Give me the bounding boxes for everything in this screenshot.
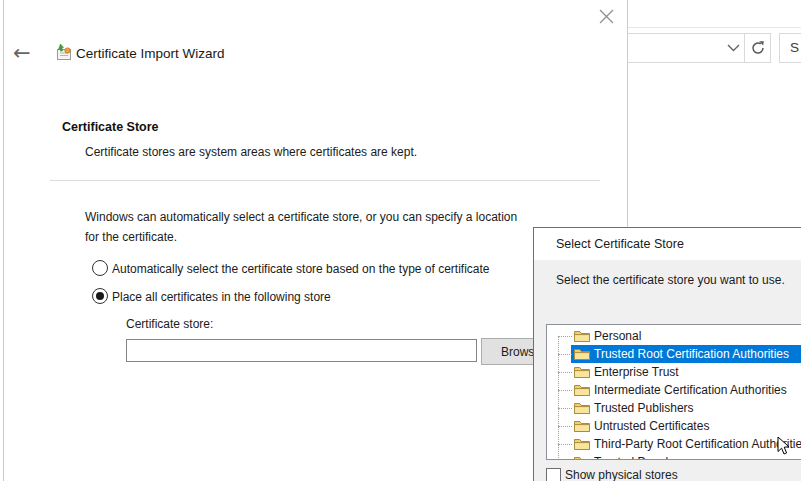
intro-text-line1: Windows can automatically select a certi… bbox=[85, 210, 517, 224]
folder-icon bbox=[574, 366, 590, 378]
mouse-cursor bbox=[777, 436, 790, 459]
radio-place-in-store-label[interactable]: Place all certificates in the following … bbox=[112, 290, 331, 304]
store-tree-item[interactable]: Untrusted Certificates bbox=[547, 417, 801, 435]
screen: S ← Certificate Import Wizard Certificat… bbox=[0, 0, 801, 481]
store-tree-item[interactable]: Trusted Publishers bbox=[547, 399, 801, 417]
folder-icon bbox=[574, 384, 590, 396]
store-item-label: Third-Party Root Certification Authoriti… bbox=[594, 437, 801, 451]
radio-auto-select[interactable] bbox=[92, 260, 108, 276]
chevron-down-icon[interactable] bbox=[722, 34, 744, 62]
store-tree-item[interactable]: Personal bbox=[547, 327, 801, 345]
wizard-title: Certificate Import Wizard bbox=[76, 46, 225, 61]
certificate-wizard-icon bbox=[52, 43, 72, 66]
store-item-label: Untrusted Certificates bbox=[594, 419, 709, 433]
folder-icon bbox=[574, 438, 590, 450]
folder-icon bbox=[574, 456, 590, 460]
dialog-title: Select Certificate Store bbox=[534, 228, 801, 260]
show-physical-label[interactable]: Show physical stores bbox=[565, 468, 678, 481]
intro-text-line2: for the certificate. bbox=[85, 230, 177, 244]
folder-icon bbox=[574, 420, 590, 432]
store-item-label: Trusted Publishers bbox=[594, 401, 694, 415]
search-input[interactable]: S bbox=[779, 33, 801, 63]
refresh-icon[interactable] bbox=[745, 34, 770, 62]
show-physical-checkbox[interactable] bbox=[546, 468, 561, 481]
store-tree-item[interactable]: Trusted People bbox=[547, 453, 801, 460]
certificate-store-field-label: Certificate store: bbox=[126, 317, 213, 331]
store-item-label: Personal bbox=[594, 329, 641, 343]
store-tree-item[interactable]: Enterprise Trust bbox=[547, 363, 801, 381]
store-item-label: Enterprise Trust bbox=[594, 365, 679, 379]
store-item-label: Trusted People bbox=[594, 455, 675, 460]
page-heading: Certificate Store bbox=[62, 120, 159, 134]
dialog-prompt: Select the certificate store you want to… bbox=[556, 273, 785, 287]
store-tree: Personal Trusted Root Certification Auth… bbox=[547, 327, 801, 460]
store-tree-item[interactable]: Third-Party Root Certification Authoriti… bbox=[547, 435, 801, 453]
back-arrow-icon[interactable]: ← bbox=[13, 41, 31, 65]
folder-icon bbox=[574, 402, 590, 414]
radio-auto-select-label[interactable]: Automatically select the certificate sto… bbox=[112, 262, 490, 276]
close-icon[interactable] bbox=[597, 7, 615, 25]
store-tree-item[interactable]: Intermediate Certification Authorities bbox=[547, 381, 801, 399]
divider bbox=[50, 180, 600, 181]
store-list-box[interactable]: Personal Trusted Root Certification Auth… bbox=[546, 324, 801, 460]
store-item-label: Trusted Root Certification Authorities bbox=[594, 347, 789, 361]
browser-toolbar-divider bbox=[628, 27, 801, 28]
store-tree-item[interactable]: Trusted Root Certification Authorities bbox=[547, 345, 801, 363]
folder-icon bbox=[574, 348, 590, 360]
folder-icon bbox=[574, 330, 590, 342]
page-subheading: Certificate stores are system areas wher… bbox=[85, 145, 417, 159]
radio-place-in-store[interactable] bbox=[92, 288, 108, 304]
certificate-store-input[interactable] bbox=[126, 339, 477, 362]
store-item-label: Intermediate Certification Authorities bbox=[594, 383, 787, 397]
select-certificate-store-dialog: Select Certificate Store Select the cert… bbox=[533, 227, 801, 481]
